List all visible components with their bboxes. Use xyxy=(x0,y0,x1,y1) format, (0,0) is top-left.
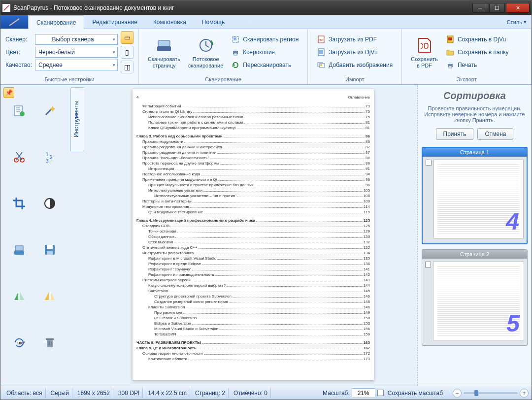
app-icon xyxy=(2,4,10,12)
toc-row: Правило модульности86 xyxy=(136,139,370,144)
save-djvu-button[interactable]: Сохранить в DjVu xyxy=(442,33,513,45)
tool-delete[interactable] xyxy=(41,333,59,351)
tool-contrast[interactable] xyxy=(41,195,59,212)
tool-scanner-settings[interactable] xyxy=(10,241,28,259)
orientation-portrait-icon[interactable]: ▭ xyxy=(121,31,133,44)
titlebar: ScanPapyrus - Потоковое сканирование док… xyxy=(0,0,532,15)
toc-row: ЧАСТЬ II. РАЗВИВАЕМ ПРОЕКТЫ165 xyxy=(136,340,370,345)
minimize-button[interactable]: ─ xyxy=(472,3,488,13)
toc-row: Обзор данных130 xyxy=(136,234,370,239)
toc-row: Qt Creator и Subversion150 xyxy=(136,315,370,321)
sidebar-tab-tools[interactable]: Инструменты xyxy=(70,87,84,151)
window-title: ScanPapyrus - Потоковое сканирование док… xyxy=(13,4,471,11)
toc-row: Клиенты Subversion148 xyxy=(136,304,370,310)
status-mode: Серый xyxy=(48,388,72,398)
scanner-select[interactable]: Выбор сканера xyxy=(35,34,118,45)
tab-layout[interactable]: Компоновка xyxy=(145,15,194,29)
toc-row: Глава 4. Инструментарий профессиональног… xyxy=(136,218,370,223)
tab-help[interactable]: Помощь xyxy=(194,15,233,29)
scan-region-button[interactable]: Сканировать регион xyxy=(227,33,302,45)
region-icon xyxy=(231,35,240,44)
color-label: Цвет: xyxy=(5,49,32,56)
svg-rect-28 xyxy=(14,251,24,255)
save-pdf-button[interactable]: Сохранитьв PDF xyxy=(407,33,442,71)
accept-button[interactable]: Принять xyxy=(436,128,474,140)
clock-scan-icon xyxy=(196,35,216,55)
statusbar: Область: вся Серый 1699 x 2652 300 DPI 1… xyxy=(0,386,532,400)
tool-magic-wand[interactable] xyxy=(41,102,59,120)
svg-rect-19 xyxy=(449,66,452,68)
tool-save[interactable] xyxy=(41,241,59,259)
svg-text:3: 3 xyxy=(46,159,49,164)
zoom-in-button[interactable]: + xyxy=(520,389,529,398)
quality-select[interactable]: Среднее xyxy=(35,60,118,70)
thumbnail[interactable]: Страница 2 5 xyxy=(422,249,528,346)
thumbnail-checkbox[interactable] xyxy=(426,160,432,166)
thumbnail-checkbox[interactable] xyxy=(425,262,431,267)
tool-renumber[interactable]: 123 xyxy=(41,148,59,166)
load-pdf-button[interactable]: PDF Загрузить из PDF xyxy=(313,33,397,45)
maximize-button[interactable]: ☐ xyxy=(489,3,505,13)
add-images-button[interactable]: Добавить изображения xyxy=(313,59,397,71)
folder-icon xyxy=(446,48,455,57)
right-panel-desc: Проверьте правильность нумерации. Исправ… xyxy=(422,105,528,123)
print-button[interactable]: Печать xyxy=(442,59,513,71)
thumbnail-title: Страница 2 xyxy=(422,250,527,259)
toc-row: Системы контроля версий143 xyxy=(136,277,370,283)
tool-cut[interactable] xyxy=(10,148,28,166)
tab-scanning[interactable]: Сканирование xyxy=(28,15,84,29)
group-export: Экспорт xyxy=(402,75,531,84)
svg-text:2: 2 xyxy=(50,155,53,160)
toc-row: Создание резервной копии репозитория148 xyxy=(136,299,370,304)
status-marked: Отмечено: 0 xyxy=(231,388,271,398)
printer-icon xyxy=(231,48,240,57)
orientation-landscape-icon[interactable]: ▯ xyxy=(121,46,133,59)
toc-row: Интеллектуальные указатели105 xyxy=(136,188,370,193)
svg-rect-35 xyxy=(46,338,54,340)
tool-flip-v[interactable] xyxy=(41,287,59,305)
toc-row: Структура директорий проекта Subversion1… xyxy=(136,294,370,299)
pin-icon[interactable]: 📌 xyxy=(3,87,14,98)
xerox-button[interactable]: Ксерокопия xyxy=(227,46,302,58)
toc-row: Критические области173 xyxy=(136,356,370,362)
scan-page-button[interactable]: Сканироватьстраницу xyxy=(144,33,184,71)
toc-row: Основы теории многопоточности172 xyxy=(136,351,370,356)
style-dropdown[interactable]: Стиль ▾ xyxy=(502,15,532,29)
stream-scan-button[interactable]: Потоковоесканирование xyxy=(184,33,227,71)
load-djvu-button[interactable]: Загрузить из DjVu xyxy=(313,46,397,58)
status-region: Область: вся xyxy=(3,388,46,398)
toc-row: Отладчик GDB125 xyxy=(136,223,370,229)
toc-row: Класс QSignalMapper и программа-калькуля… xyxy=(136,125,370,131)
svg-rect-6 xyxy=(234,49,237,51)
toc-row: Какую систему контроля версий выбрать?14… xyxy=(136,283,370,288)
tab-editing[interactable]: Редактирование xyxy=(84,15,145,29)
rescan-button[interactable]: Пересканировать xyxy=(227,59,302,71)
toc-row: Microsoft Visual Studio и Subversion156 xyxy=(136,326,370,332)
cancel-button[interactable]: Отмена xyxy=(477,128,513,140)
app-menu-button[interactable] xyxy=(0,15,28,29)
zoom-input[interactable] xyxy=(352,388,375,398)
toc-row: Модульное тестирование114 xyxy=(136,204,370,209)
orientation-auto-icon[interactable]: ◫ xyxy=(121,61,133,73)
toc-row: Правило "ноль-один-бесконечность"88 xyxy=(136,155,370,161)
right-panel: Сортировка Проверьте правильность нумера… xyxy=(417,85,532,386)
tool-autoprocess[interactable] xyxy=(10,102,28,120)
toc-row: Правило разделения движка и политики87 xyxy=(136,150,370,155)
thumbnail[interactable]: Страница 1 4 xyxy=(422,147,528,244)
preview-area[interactable]: 4 Оглавление Фильтрация событий73Сигналы… xyxy=(89,85,417,386)
zoom-slider[interactable] xyxy=(464,392,518,394)
svg-rect-1 xyxy=(158,40,170,46)
close-button[interactable]: ✕ xyxy=(506,3,530,13)
tool-crop[interactable] xyxy=(10,195,28,212)
svg-point-21 xyxy=(20,111,25,116)
svg-rect-32 xyxy=(47,251,53,255)
svg-rect-16 xyxy=(448,37,452,40)
zoom-out-button[interactable]: − xyxy=(453,389,462,398)
save-scale-checkbox[interactable] xyxy=(377,390,384,396)
color-select[interactable]: Черно-белый xyxy=(35,47,118,58)
tool-rotate-180[interactable]: 180° xyxy=(10,333,28,351)
svg-text:PDF: PDF xyxy=(318,38,324,41)
tool-flip-h[interactable] xyxy=(10,287,28,305)
page-preview: 4 Оглавление Фильтрация событий73Сигналы… xyxy=(133,89,374,380)
save-folder-button[interactable]: Сохранить в папку xyxy=(442,46,513,58)
